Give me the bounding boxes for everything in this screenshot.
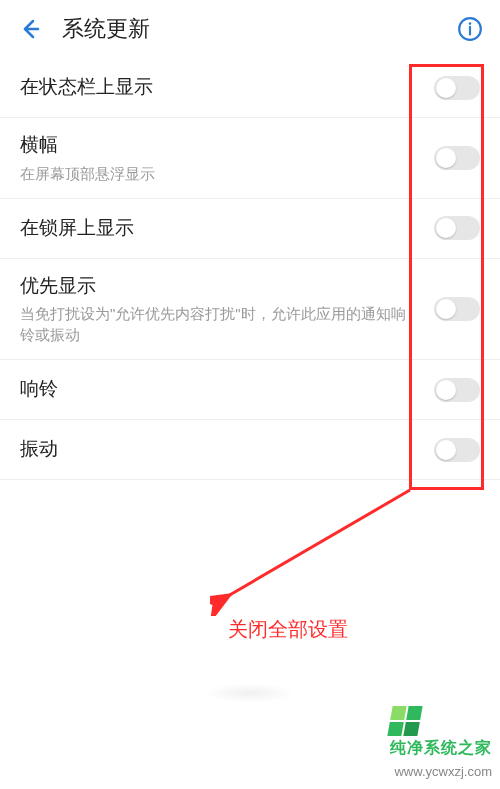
toggle-vibrate[interactable] [434,438,480,462]
annotation-arrow [210,486,430,616]
row-banner: 横幅 在屏幕顶部悬浮显示 [0,118,500,199]
page-title: 系统更新 [62,14,150,44]
row-sub: 当免打扰设为"允许优先内容打扰"时，允许此应用的通知响铃或振动 [20,303,418,345]
row-label: 响铃 [20,376,418,403]
row-priority: 优先显示 当免打扰设为"允许优先内容打扰"时，允许此应用的通知响铃或振动 [0,259,500,361]
decorative-shadow [205,683,295,703]
settings-screen: 系统更新 在状态栏上显示 横幅 在屏幕顶部悬浮显示 在锁屏上显示 [0,0,500,789]
header-bar: 系统更新 [0,0,500,58]
row-label: 振动 [20,436,418,463]
back-icon[interactable] [16,15,44,43]
toggle-lockscreen[interactable] [434,216,480,240]
toggle-priority[interactable] [434,297,480,321]
svg-point-3 [469,22,472,25]
toggle-statusbar[interactable] [434,76,480,100]
row-sub: 在屏幕顶部悬浮显示 [20,163,418,184]
row-label: 优先显示 [20,273,418,300]
row-label: 在状态栏上显示 [20,74,418,101]
row-label: 横幅 [20,132,418,159]
row-ring: 响铃 [0,360,500,420]
watermark-url: www.ycwxzj.com [394,764,492,779]
toggle-ring[interactable] [434,378,480,402]
svg-line-4 [228,490,410,596]
annotation-text: 关闭全部设置 [228,616,348,643]
settings-list: 在状态栏上显示 横幅 在屏幕顶部悬浮显示 在锁屏上显示 优先显示 当免打扰设为"… [0,58,500,480]
watermark-logo: 纯净系统之家 [390,706,492,759]
row-statusbar: 在状态栏上显示 [0,58,500,118]
info-icon[interactable] [456,15,484,43]
row-vibrate: 振动 [0,420,500,480]
toggle-banner[interactable] [434,146,480,170]
row-label: 在锁屏上显示 [20,215,418,242]
row-lockscreen: 在锁屏上显示 [0,199,500,259]
watermark-brand: 纯净系统之家 [390,738,492,759]
